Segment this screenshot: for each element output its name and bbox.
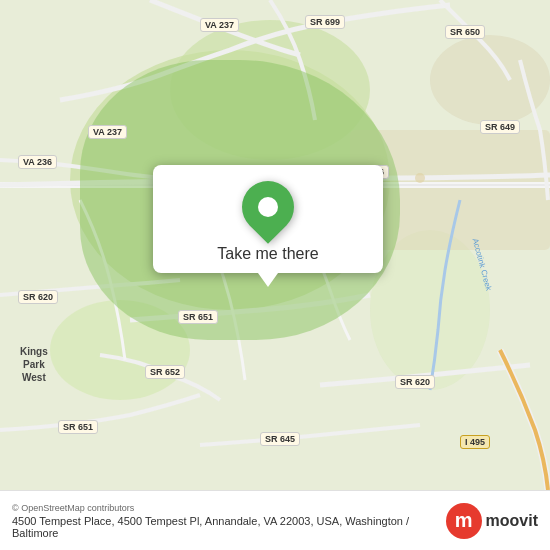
road-label-i495: I 495 xyxy=(460,435,490,449)
location-pin xyxy=(231,170,305,244)
road-label-sr620-left: SR 620 xyxy=(18,290,58,304)
popup-pin-area xyxy=(153,165,383,241)
road-label-sr651-bottom: SR 651 xyxy=(58,420,98,434)
road-label-sr650: SR 650 xyxy=(445,25,485,39)
road-label-sr652: SR 652 xyxy=(145,365,185,379)
map-popup[interactable]: Take me there xyxy=(153,165,383,273)
moovit-logo[interactable]: m moovit xyxy=(446,503,538,539)
road-label-sr651-top: SR 651 xyxy=(178,310,218,324)
svg-point-9 xyxy=(415,173,425,183)
address-text: 4500 Tempest Place, 4500 Tempest Pl, Ann… xyxy=(12,515,446,539)
road-label-sr699: SR 699 xyxy=(305,15,345,29)
road-label-sr649: SR 649 xyxy=(480,120,520,134)
take-me-there-button[interactable]: Take me there xyxy=(201,241,334,265)
road-label-va237-top: VA 237 xyxy=(200,18,239,32)
pin-inner-circle xyxy=(258,197,278,217)
kings-park-west-label: KingsParkWest xyxy=(20,345,48,384)
footer: © OpenStreetMap contributors 4500 Tempes… xyxy=(0,490,550,550)
map-container[interactable]: VA 237 VA 237 VA 236 VA 236 SR 699 SR 65… xyxy=(0,0,550,490)
osm-attribution[interactable]: © OpenStreetMap contributors xyxy=(12,503,446,513)
road-label-va236-left: VA 236 xyxy=(18,155,57,169)
moovit-m-icon: m xyxy=(446,503,482,539)
footer-info: © OpenStreetMap contributors 4500 Tempes… xyxy=(12,503,446,539)
road-label-sr620-right: SR 620 xyxy=(395,375,435,389)
road-label-sr645: SR 645 xyxy=(260,432,300,446)
moovit-wordmark: moovit xyxy=(486,512,538,530)
road-label-va237-left: VA 237 xyxy=(88,125,127,139)
